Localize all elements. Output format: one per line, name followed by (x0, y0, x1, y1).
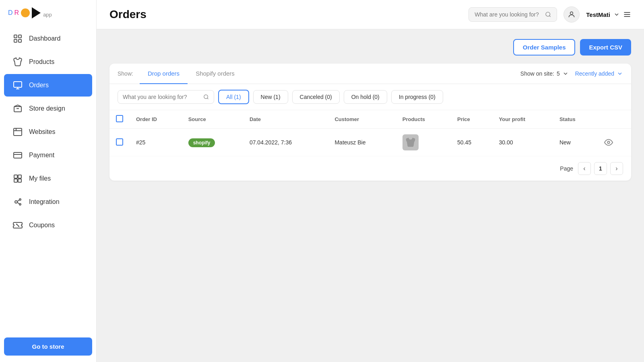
svg-rect-10 (14, 152, 22, 158)
sidebar-bottom: Go to store (0, 331, 96, 362)
product-thumbnail (402, 134, 419, 150)
sidebar-item-my-files[interactable]: My files (4, 167, 92, 190)
show-on-site[interactable]: Show on site: 5 (520, 70, 569, 77)
svg-rect-13 (14, 179, 17, 182)
svg-point-24 (545, 12, 550, 16)
sidebar-item-store-design[interactable]: Store design (4, 97, 92, 120)
go-to-store-button[interactable]: Go to store (4, 337, 92, 356)
header-products: Products (396, 110, 451, 129)
row-products (396, 129, 451, 156)
my-files-label: My files (29, 175, 51, 182)
content-area: Order Samples Export CSV Show: Drop orde… (97, 29, 644, 362)
orders-table: Order ID Source Date Customer (109, 110, 631, 156)
order-samples-button[interactable]: Order Samples (513, 39, 576, 56)
svg-line-31 (207, 98, 208, 99)
table-row: #25 shopify 07.04.2022, 7:36 Mateusz Bie (109, 129, 631, 156)
orders-card: Show: Drop orders Shopify orders Show on… (109, 64, 631, 181)
show-on-site-value: 5 (557, 70, 560, 77)
show-label: Show: (118, 70, 133, 77)
header: Orders TestMati (97, 0, 644, 29)
global-search-input[interactable] (475, 11, 541, 18)
view-icon[interactable] (604, 138, 625, 147)
row-checkbox-cell (109, 129, 130, 156)
sidebar-item-dashboard[interactable]: Dashboard (4, 27, 92, 50)
tabs-left: Show: Drop orders Shopify orders (118, 64, 243, 84)
row-view-action[interactable] (598, 129, 631, 156)
filter-new-button[interactable]: New (1) (253, 90, 288, 104)
svg-point-32 (607, 141, 610, 144)
sidebar-nav: Dashboard Products Orders (0, 23, 96, 331)
integration-icon (12, 196, 23, 208)
user-avatar-button[interactable] (564, 6, 580, 23)
hamburger-menu-icon[interactable] (623, 10, 631, 19)
sidebar-item-products[interactable]: Products (4, 51, 92, 73)
websites-icon (12, 126, 23, 138)
export-csv-button[interactable]: Export CSV (580, 39, 631, 56)
logo-d: D (8, 9, 13, 16)
store-design-label: Store design (29, 105, 65, 112)
tabs-row: Show: Drop orders Shopify orders Show on… (109, 64, 631, 84)
sidebar-item-orders[interactable]: Orders (4, 74, 92, 97)
recently-added-label: Recently added (575, 70, 614, 77)
orders-label: Orders (29, 82, 49, 89)
filters-row: All (1) New (1) Canceled (0) On hold (0)… (109, 84, 631, 110)
chevron-down-icon (617, 70, 623, 77)
svg-point-23 (19, 226, 19, 226)
next-page-button[interactable]: › (610, 162, 623, 175)
page-label: Page (560, 165, 573, 172)
filter-all-button[interactable]: All (1) (218, 90, 249, 104)
row-customer: Mateusz Bie (328, 129, 396, 156)
logo-o-circle (21, 8, 30, 17)
coupons-icon (12, 220, 23, 231)
global-search[interactable] (469, 7, 557, 22)
user-menu[interactable]: TestMati (586, 10, 631, 19)
svg-line-20 (17, 202, 19, 204)
order-search-input[interactable] (123, 94, 200, 100)
sidebar-item-payment[interactable]: Payment (4, 144, 92, 167)
chevron-down-icon (562, 70, 569, 77)
chevron-down-icon (613, 11, 620, 18)
row-status: New (553, 129, 598, 156)
header-status: Status (553, 110, 598, 129)
payment-label: Payment (29, 152, 54, 159)
order-search[interactable] (118, 90, 214, 104)
svg-point-22 (17, 224, 17, 224)
sidebar-item-integration[interactable]: Integration (4, 191, 92, 213)
coupons-label: Coupons (29, 222, 55, 229)
svg-rect-1 (19, 35, 21, 38)
my-files-icon (12, 173, 23, 184)
row-price: 50.45 (451, 129, 492, 156)
header-price: Price (451, 110, 492, 129)
user-icon (568, 10, 576, 19)
header-profit: Your profit (492, 110, 553, 129)
dashboard-label: Dashboard (29, 35, 60, 42)
svg-line-19 (17, 200, 19, 202)
payment-icon (12, 150, 23, 161)
current-page: 1 (594, 162, 607, 175)
filter-canceled-button[interactable]: Canceled (0) (292, 90, 340, 104)
products-icon (12, 56, 23, 68)
filter-on-hold-button[interactable]: On hold (0) (344, 90, 387, 104)
tshirt-icon (405, 137, 416, 148)
orders-table-wrap: Order ID Source Date Customer (109, 110, 631, 156)
svg-rect-12 (14, 175, 17, 178)
tab-shopify-orders[interactable]: Shopify orders (188, 64, 243, 84)
filter-in-progress-button[interactable]: In progress (0) (391, 90, 443, 104)
search-icon (203, 94, 209, 100)
svg-rect-7 (14, 128, 22, 136)
row-checkbox[interactable] (116, 138, 123, 146)
svg-rect-0 (14, 35, 17, 38)
sidebar-item-websites[interactable]: Websites (4, 121, 92, 143)
sidebar-item-coupons[interactable]: Coupons (4, 214, 92, 237)
logo-app-text: app (43, 12, 52, 18)
sidebar: D R app Dashboard (0, 0, 97, 362)
row-date: 07.04.2022, 7:36 (243, 129, 328, 156)
svg-point-16 (15, 201, 17, 203)
prev-page-button[interactable]: ‹ (578, 162, 591, 175)
select-all-checkbox[interactable] (116, 115, 123, 122)
tab-drop-orders[interactable]: Drop orders (140, 64, 188, 84)
recently-added-sort[interactable]: Recently added (575, 70, 623, 77)
show-on-site-label: Show on site: (520, 70, 554, 77)
svg-rect-5 (14, 107, 21, 112)
orders-icon (12, 80, 23, 91)
